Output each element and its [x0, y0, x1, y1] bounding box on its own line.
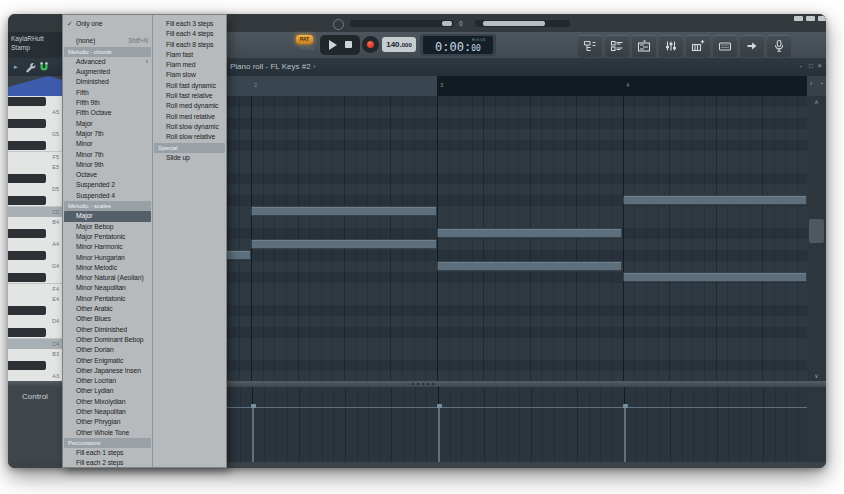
next-marker-button[interactable]: ›: [810, 80, 812, 87]
menu-item[interactable]: Octave: [63, 170, 152, 180]
menu-item[interactable]: Flam slow: [153, 70, 226, 80]
pat-song-switch[interactable]: PAT SONG: [296, 35, 318, 55]
channel-rack-button[interactable]: [605, 35, 629, 57]
menu-item[interactable]: Suspended 2: [63, 180, 152, 190]
piano-key-a4[interactable]: A4: [8, 239, 62, 250]
piano-key-fs4[interactable]: [8, 272, 62, 283]
menu-item[interactable]: Slide up: [153, 153, 226, 163]
menu-item[interactable]: (none)Shift+N: [63, 36, 152, 46]
playlist-button[interactable]: [632, 35, 656, 57]
piano-key-ds5[interactable]: [8, 173, 62, 184]
menu-item[interactable]: Minor Neapolitan: [63, 283, 152, 293]
scroll-up-icon[interactable]: ∧: [807, 98, 826, 105]
menu-item[interactable]: Other Phrygian: [63, 417, 152, 427]
menu-item[interactable]: Only one✓: [63, 19, 152, 29]
menu-item[interactable]: Other Locrian: [63, 376, 152, 386]
velocity-stem[interactable]: [438, 407, 440, 462]
midi-note[interactable]: [251, 239, 437, 249]
menu-item[interactable]: Fill each 1 steps: [63, 448, 152, 458]
control-lane-panel[interactable]: Control: [8, 387, 62, 462]
piano-roll-button[interactable]: [686, 35, 710, 57]
black-key[interactable]: [8, 328, 46, 337]
piano-key-c4[interactable]: C4: [8, 338, 62, 349]
menu-item[interactable]: Other Diminished: [63, 325, 152, 335]
piano-key-as4[interactable]: [8, 228, 62, 239]
midi-note[interactable]: [437, 261, 622, 271]
black-key[interactable]: [8, 196, 46, 205]
close-window-button[interactable]: [818, 16, 826, 21]
wrench-icon[interactable]: [24, 61, 36, 75]
piano-key-d5[interactable]: D5: [8, 184, 62, 195]
pr-close-button[interactable]: ×: [817, 61, 822, 71]
menu-item[interactable]: Advanced›: [63, 57, 152, 67]
black-key[interactable]: [8, 174, 46, 183]
black-key[interactable]: [8, 273, 46, 282]
song-mode-label[interactable]: SONG: [296, 45, 318, 51]
menu-item[interactable]: Fill each 8 steps: [153, 40, 226, 50]
marker-options-button[interactable]: ▪: [821, 80, 823, 86]
pr-minimize-button[interactable]: -: [799, 61, 802, 71]
master-pitch-slider[interactable]: [350, 20, 454, 27]
play-button[interactable]: [329, 40, 337, 50]
midi-note[interactable]: [623, 195, 807, 205]
menu-item[interactable]: Other Dominant Bebop: [63, 335, 152, 345]
pr-maximize-button[interactable]: □: [809, 61, 813, 71]
arrow-next-button[interactable]: [740, 35, 764, 57]
pat-mode-badge[interactable]: PAT: [296, 35, 313, 44]
piano-key-cs5[interactable]: [8, 195, 62, 206]
velocity-handle[interactable]: [251, 404, 256, 408]
piano-key-b4[interactable]: B4: [8, 217, 62, 228]
menu-item[interactable]: Flam fast: [153, 50, 226, 60]
piano-key-a5[interactable]: A5: [8, 107, 62, 118]
menu-item[interactable]: Minor: [63, 139, 152, 149]
midi-note[interactable]: [623, 272, 807, 282]
menu-item[interactable]: Other Arabic: [63, 304, 152, 314]
typing-keyboard-button[interactable]: [713, 35, 737, 57]
menu-item[interactable]: Major Bebop: [63, 222, 152, 232]
menu-item[interactable]: Minor Harmonic: [63, 242, 152, 252]
menu-item[interactable]: Minor Natural (Aeolian): [63, 273, 152, 283]
piano-key-f5[interactable]: F5: [8, 151, 62, 162]
options-triangle-icon[interactable]: ▸: [14, 63, 18, 71]
menu-item[interactable]: Major: [64, 211, 151, 221]
tempo-display[interactable]: 140.000: [382, 37, 416, 52]
black-key[interactable]: [8, 306, 46, 315]
black-key[interactable]: [8, 119, 46, 128]
menu-item[interactable]: Other Mixolydian: [63, 397, 152, 407]
time-display[interactable]: 0:00:00 M:S:CS: [423, 36, 493, 54]
menu-item[interactable]: Other Enigmatic: [63, 356, 152, 366]
stop-button[interactable]: [345, 41, 352, 48]
maximize-window-button[interactable]: [806, 16, 815, 21]
menu-item[interactable]: Fifth 9th: [63, 98, 152, 108]
piano-key-g5[interactable]: G5: [8, 129, 62, 140]
menu-item[interactable]: Minor Hungarian: [63, 253, 152, 263]
microphone-button[interactable]: [767, 35, 791, 57]
master-volume-slider[interactable]: [475, 20, 570, 27]
piano-key-e4[interactable]: E4: [8, 294, 62, 305]
menu-item[interactable]: Fill each 3 steps: [153, 19, 226, 29]
piano-key-f4[interactable]: F4: [8, 283, 62, 294]
menu-item[interactable]: Minor Melodic: [63, 263, 152, 273]
velocity-handle[interactable]: [437, 404, 442, 408]
piano-key-gs4[interactable]: [8, 250, 62, 261]
piano-key-fs5[interactable]: [8, 140, 62, 151]
menu-item[interactable]: Other Dorian: [63, 345, 152, 355]
record-button[interactable]: [362, 36, 379, 53]
black-key[interactable]: [8, 251, 46, 260]
piano-key-e5[interactable]: E5: [8, 162, 62, 173]
scrollbar-thumb[interactable]: [809, 219, 824, 243]
midi-note[interactable]: [251, 206, 437, 216]
menu-item[interactable]: Roll med relative: [153, 112, 226, 122]
black-key[interactable]: [8, 229, 46, 238]
menu-item[interactable]: Flam med: [153, 60, 226, 70]
black-key[interactable]: [8, 361, 46, 370]
menu-item[interactable]: Minor 9th: [63, 160, 152, 170]
midi-note[interactable]: [437, 228, 622, 238]
menu-item[interactable]: Minor 7th: [63, 150, 152, 160]
piano-key-as3[interactable]: [8, 360, 62, 371]
menu-item[interactable]: Fill each 2 steps: [63, 458, 152, 467]
menu-item[interactable]: Augmented: [63, 67, 152, 77]
black-key[interactable]: [8, 97, 46, 106]
menu-item[interactable]: Major: [63, 119, 152, 129]
menu-item[interactable]: Other Blues: [63, 314, 152, 324]
